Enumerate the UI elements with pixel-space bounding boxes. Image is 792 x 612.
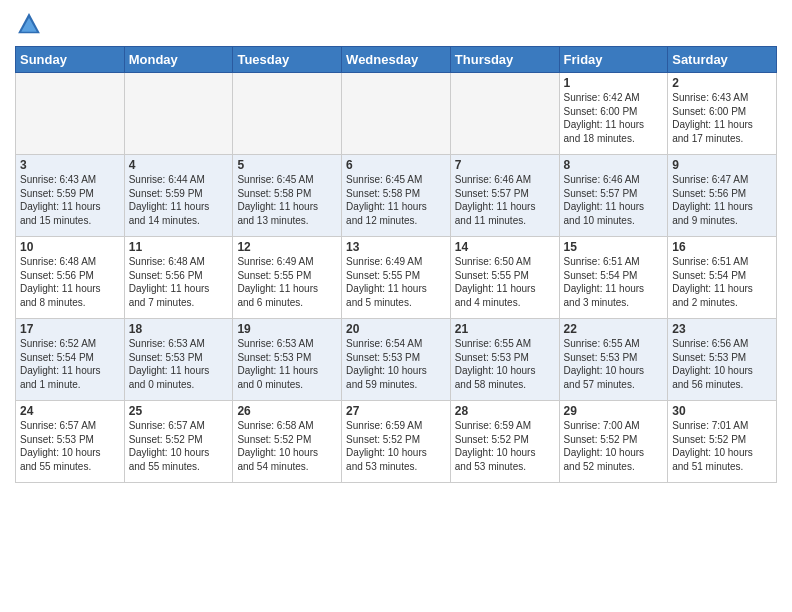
day-number: 27 — [346, 404, 446, 418]
day-number: 11 — [129, 240, 229, 254]
weekday-header-friday: Friday — [559, 47, 668, 73]
day-number: 24 — [20, 404, 120, 418]
day-number: 5 — [237, 158, 337, 172]
day-info: Sunrise: 6:44 AM Sunset: 5:59 PM Dayligh… — [129, 173, 229, 227]
day-info: Sunrise: 6:48 AM Sunset: 5:56 PM Dayligh… — [129, 255, 229, 309]
day-info: Sunrise: 7:00 AM Sunset: 5:52 PM Dayligh… — [564, 419, 664, 473]
week-row-4: 17Sunrise: 6:52 AM Sunset: 5:54 PM Dayli… — [16, 319, 777, 401]
calendar-cell: 11Sunrise: 6:48 AM Sunset: 5:56 PM Dayli… — [124, 237, 233, 319]
day-info: Sunrise: 6:51 AM Sunset: 5:54 PM Dayligh… — [564, 255, 664, 309]
calendar-cell — [16, 73, 125, 155]
calendar-cell: 19Sunrise: 6:53 AM Sunset: 5:53 PM Dayli… — [233, 319, 342, 401]
day-number: 9 — [672, 158, 772, 172]
day-number: 29 — [564, 404, 664, 418]
day-info: Sunrise: 6:43 AM Sunset: 5:59 PM Dayligh… — [20, 173, 120, 227]
calendar-cell: 18Sunrise: 6:53 AM Sunset: 5:53 PM Dayli… — [124, 319, 233, 401]
day-number: 1 — [564, 76, 664, 90]
day-number: 14 — [455, 240, 555, 254]
day-number: 26 — [237, 404, 337, 418]
calendar-cell: 30Sunrise: 7:01 AM Sunset: 5:52 PM Dayli… — [668, 401, 777, 483]
day-number: 12 — [237, 240, 337, 254]
day-info: Sunrise: 6:58 AM Sunset: 5:52 PM Dayligh… — [237, 419, 337, 473]
day-info: Sunrise: 6:55 AM Sunset: 5:53 PM Dayligh… — [455, 337, 555, 391]
day-number: 3 — [20, 158, 120, 172]
day-number: 2 — [672, 76, 772, 90]
calendar-cell: 21Sunrise: 6:55 AM Sunset: 5:53 PM Dayli… — [450, 319, 559, 401]
logo — [15, 10, 47, 38]
calendar-cell: 12Sunrise: 6:49 AM Sunset: 5:55 PM Dayli… — [233, 237, 342, 319]
day-info: Sunrise: 6:55 AM Sunset: 5:53 PM Dayligh… — [564, 337, 664, 391]
day-number: 23 — [672, 322, 772, 336]
page: SundayMondayTuesdayWednesdayThursdayFrid… — [0, 0, 792, 493]
calendar-cell: 14Sunrise: 6:50 AM Sunset: 5:55 PM Dayli… — [450, 237, 559, 319]
day-info: Sunrise: 6:43 AM Sunset: 6:00 PM Dayligh… — [672, 91, 772, 145]
calendar-cell: 9Sunrise: 6:47 AM Sunset: 5:56 PM Daylig… — [668, 155, 777, 237]
day-info: Sunrise: 6:45 AM Sunset: 5:58 PM Dayligh… — [237, 173, 337, 227]
week-row-2: 3Sunrise: 6:43 AM Sunset: 5:59 PM Daylig… — [16, 155, 777, 237]
calendar-cell: 7Sunrise: 6:46 AM Sunset: 5:57 PM Daylig… — [450, 155, 559, 237]
day-info: Sunrise: 6:48 AM Sunset: 5:56 PM Dayligh… — [20, 255, 120, 309]
day-number: 17 — [20, 322, 120, 336]
calendar-cell: 6Sunrise: 6:45 AM Sunset: 5:58 PM Daylig… — [342, 155, 451, 237]
day-info: Sunrise: 6:57 AM Sunset: 5:52 PM Dayligh… — [129, 419, 229, 473]
weekday-header-monday: Monday — [124, 47, 233, 73]
day-info: Sunrise: 6:56 AM Sunset: 5:53 PM Dayligh… — [672, 337, 772, 391]
calendar-header: SundayMondayTuesdayWednesdayThursdayFrid… — [16, 47, 777, 73]
day-number: 15 — [564, 240, 664, 254]
logo-icon — [15, 10, 43, 38]
calendar-cell: 2Sunrise: 6:43 AM Sunset: 6:00 PM Daylig… — [668, 73, 777, 155]
day-number: 6 — [346, 158, 446, 172]
weekday-header-thursday: Thursday — [450, 47, 559, 73]
day-number: 10 — [20, 240, 120, 254]
day-info: Sunrise: 6:50 AM Sunset: 5:55 PM Dayligh… — [455, 255, 555, 309]
day-info: Sunrise: 6:47 AM Sunset: 5:56 PM Dayligh… — [672, 173, 772, 227]
calendar-cell: 16Sunrise: 6:51 AM Sunset: 5:54 PM Dayli… — [668, 237, 777, 319]
day-info: Sunrise: 6:59 AM Sunset: 5:52 PM Dayligh… — [346, 419, 446, 473]
calendar-cell: 17Sunrise: 6:52 AM Sunset: 5:54 PM Dayli… — [16, 319, 125, 401]
calendar-cell: 20Sunrise: 6:54 AM Sunset: 5:53 PM Dayli… — [342, 319, 451, 401]
calendar-cell: 4Sunrise: 6:44 AM Sunset: 5:59 PM Daylig… — [124, 155, 233, 237]
day-info: Sunrise: 6:52 AM Sunset: 5:54 PM Dayligh… — [20, 337, 120, 391]
day-number: 21 — [455, 322, 555, 336]
day-info: Sunrise: 6:53 AM Sunset: 5:53 PM Dayligh… — [129, 337, 229, 391]
weekday-header-wednesday: Wednesday — [342, 47, 451, 73]
calendar-cell: 8Sunrise: 6:46 AM Sunset: 5:57 PM Daylig… — [559, 155, 668, 237]
calendar-cell — [342, 73, 451, 155]
calendar-table: SundayMondayTuesdayWednesdayThursdayFrid… — [15, 46, 777, 483]
day-info: Sunrise: 7:01 AM Sunset: 5:52 PM Dayligh… — [672, 419, 772, 473]
day-info: Sunrise: 6:57 AM Sunset: 5:53 PM Dayligh… — [20, 419, 120, 473]
day-info: Sunrise: 6:45 AM Sunset: 5:58 PM Dayligh… — [346, 173, 446, 227]
day-number: 20 — [346, 322, 446, 336]
day-number: 25 — [129, 404, 229, 418]
week-row-3: 10Sunrise: 6:48 AM Sunset: 5:56 PM Dayli… — [16, 237, 777, 319]
day-number: 8 — [564, 158, 664, 172]
day-info: Sunrise: 6:51 AM Sunset: 5:54 PM Dayligh… — [672, 255, 772, 309]
day-number: 19 — [237, 322, 337, 336]
day-number: 18 — [129, 322, 229, 336]
calendar-cell: 25Sunrise: 6:57 AM Sunset: 5:52 PM Dayli… — [124, 401, 233, 483]
calendar-cell: 1Sunrise: 6:42 AM Sunset: 6:00 PM Daylig… — [559, 73, 668, 155]
day-info: Sunrise: 6:49 AM Sunset: 5:55 PM Dayligh… — [346, 255, 446, 309]
day-number: 13 — [346, 240, 446, 254]
day-info: Sunrise: 6:46 AM Sunset: 5:57 PM Dayligh… — [455, 173, 555, 227]
calendar-cell: 24Sunrise: 6:57 AM Sunset: 5:53 PM Dayli… — [16, 401, 125, 483]
week-row-5: 24Sunrise: 6:57 AM Sunset: 5:53 PM Dayli… — [16, 401, 777, 483]
weekday-header-tuesday: Tuesday — [233, 47, 342, 73]
calendar-cell: 29Sunrise: 7:00 AM Sunset: 5:52 PM Dayli… — [559, 401, 668, 483]
day-info: Sunrise: 6:49 AM Sunset: 5:55 PM Dayligh… — [237, 255, 337, 309]
week-row-1: 1Sunrise: 6:42 AM Sunset: 6:00 PM Daylig… — [16, 73, 777, 155]
weekday-header-saturday: Saturday — [668, 47, 777, 73]
calendar-cell: 22Sunrise: 6:55 AM Sunset: 5:53 PM Dayli… — [559, 319, 668, 401]
calendar-cell: 10Sunrise: 6:48 AM Sunset: 5:56 PM Dayli… — [16, 237, 125, 319]
calendar-cell: 28Sunrise: 6:59 AM Sunset: 5:52 PM Dayli… — [450, 401, 559, 483]
day-number: 30 — [672, 404, 772, 418]
calendar-cell: 5Sunrise: 6:45 AM Sunset: 5:58 PM Daylig… — [233, 155, 342, 237]
day-number: 22 — [564, 322, 664, 336]
day-info: Sunrise: 6:59 AM Sunset: 5:52 PM Dayligh… — [455, 419, 555, 473]
day-info: Sunrise: 6:53 AM Sunset: 5:53 PM Dayligh… — [237, 337, 337, 391]
day-number: 16 — [672, 240, 772, 254]
calendar-cell — [450, 73, 559, 155]
calendar-cell: 15Sunrise: 6:51 AM Sunset: 5:54 PM Dayli… — [559, 237, 668, 319]
day-number: 28 — [455, 404, 555, 418]
weekday-row: SundayMondayTuesdayWednesdayThursdayFrid… — [16, 47, 777, 73]
